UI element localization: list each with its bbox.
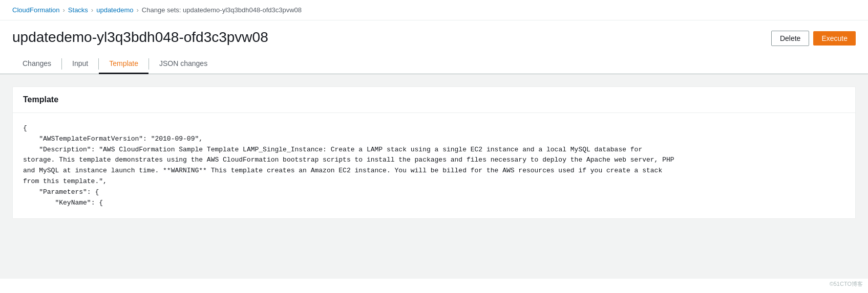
template-code-container: { "AWSTemplateFormatVersion": "2010-09-0…	[13, 113, 855, 218]
breadcrumb-changeset: Change sets: updatedemo-yl3q3bdh048-ofd3…	[142, 6, 302, 14]
template-section: Template { "AWSTemplateFormatVersion": "…	[12, 86, 856, 219]
content-area: Template { "AWSTemplateFormatVersion": "…	[0, 74, 868, 279]
breadcrumb-updatedemo[interactable]: updatedemo	[96, 6, 133, 14]
breadcrumb: CloudFormation › Stacks › updatedemo › C…	[0, 0, 868, 20]
execute-button[interactable]: Execute	[813, 31, 856, 46]
breadcrumb-sep-1: ›	[63, 6, 65, 14]
page-header: updatedemo-yl3q3bdh048-ofd3c3pvw08 Delet…	[0, 20, 868, 46]
template-section-title: Template	[23, 95, 58, 104]
tab-input[interactable]: Input	[62, 54, 98, 74]
template-code: { "AWSTemplateFormatVersion": "2010-09-0…	[23, 123, 845, 208]
tabs: Changes Input Template JSON changes	[12, 54, 856, 74]
delete-button[interactable]: Delete	[771, 31, 809, 46]
breadcrumb-sep-2: ›	[91, 6, 93, 14]
breadcrumb-sep-3: ›	[136, 6, 138, 14]
tab-changes[interactable]: Changes	[12, 54, 61, 74]
page-title: updatedemo-yl3q3bdh048-ofd3c3pvw08	[12, 29, 268, 46]
breadcrumb-stacks[interactable]: Stacks	[68, 6, 88, 14]
breadcrumb-cloudformation[interactable]: CloudFormation	[12, 6, 60, 14]
header-actions: Delete Execute	[771, 29, 856, 46]
tab-json-changes[interactable]: JSON changes	[149, 54, 218, 74]
tab-template[interactable]: Template	[99, 54, 149, 74]
template-section-header: Template	[13, 87, 855, 113]
tabs-container: Changes Input Template JSON changes	[0, 46, 868, 74]
